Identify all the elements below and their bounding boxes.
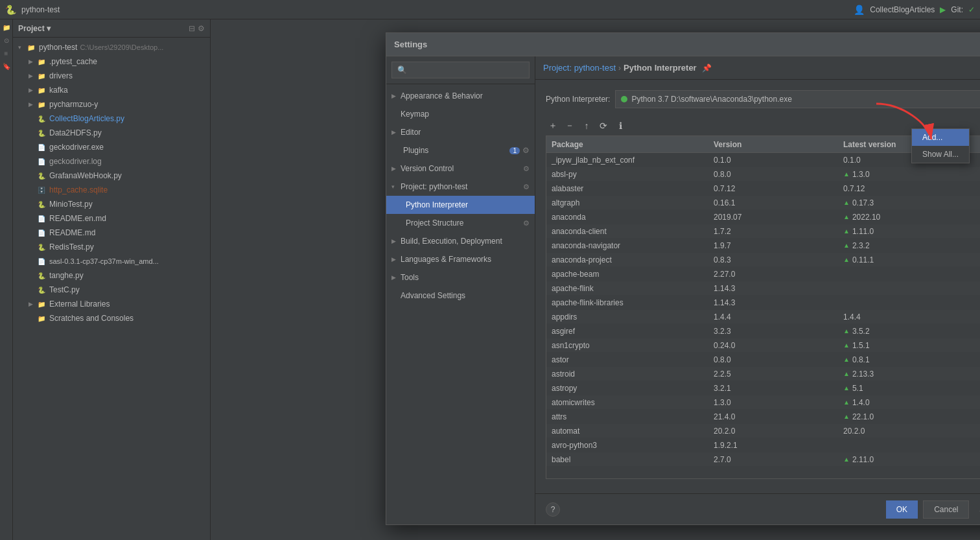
dialog-body: ▶ Appearance & Behavior Keymap ▶ Editor bbox=[386, 56, 980, 524]
table-row[interactable]: anaconda-project0.8.3▲0.11.1 bbox=[546, 253, 980, 267]
table-row[interactable]: anaconda-navigator1.9.7▲2.3.2 bbox=[546, 239, 980, 253]
td-package: asgiref bbox=[546, 327, 708, 336]
table-row[interactable]: absl-py0.8.0▲1.3.0 bbox=[546, 167, 980, 182]
tree-item-sasl[interactable]: 📄 sasl-0.3.1-cp37-cp37m-win_amd... bbox=[13, 254, 210, 268]
tree-item-geckodriver-exe[interactable]: 📄 geckodriver.exe bbox=[13, 140, 210, 154]
table-row[interactable]: asgiref3.2.3▲3.5.2 bbox=[546, 324, 980, 338]
plugins-gear-icon: ⚙ bbox=[522, 146, 530, 155]
tree-item-drivers[interactable]: ▶ 📁 drivers bbox=[13, 69, 210, 83]
table-row[interactable]: anaconda-client1.7.2▲1.11.0 bbox=[546, 224, 980, 239]
table-row[interactable]: anaconda2019.07▲2022.10 bbox=[546, 210, 980, 224]
tree-item-pytest[interactable]: ▶ 📁 .pytest_cache bbox=[13, 54, 210, 69]
td-version: 0.8.0 bbox=[708, 355, 838, 364]
settings-item-project[interactable]: ▾ Project: python-test ⚙ bbox=[386, 178, 535, 196]
td-latest: ▲2022.10 bbox=[838, 213, 980, 222]
remove-package-button[interactable]: － bbox=[563, 119, 577, 133]
table-row[interactable]: avro-python31.9.2.1 bbox=[546, 438, 980, 452]
td-version: 2.7.0 bbox=[708, 455, 838, 464]
settings-item-tools[interactable]: ▶ Tools bbox=[386, 268, 535, 287]
collapse-all-icon[interactable]: ⊟ bbox=[189, 24, 195, 33]
refresh-packages-button[interactable]: ⟳ bbox=[596, 119, 611, 133]
settings-search-input[interactable] bbox=[391, 62, 530, 78]
settings-item-advanced[interactable]: Advanced Settings bbox=[386, 287, 535, 305]
settings-item-appearance[interactable]: ▶ Appearance & Behavior bbox=[386, 87, 535, 105]
tree-item-miniotest[interactable]: 🐍 MinioTest.py bbox=[13, 197, 210, 211]
upgrade-arrow-icon: ▲ bbox=[843, 399, 850, 406]
git-check-icon: ✓ bbox=[968, 5, 975, 14]
table-row[interactable]: astor0.8.0▲0.8.1 bbox=[546, 353, 980, 367]
tree-item-readme[interactable]: 📄 README.md bbox=[13, 226, 210, 240]
run-button[interactable]: ▶ bbox=[940, 5, 946, 14]
table-row[interactable]: automat20.2.020.2.0 bbox=[546, 424, 980, 438]
settings-item-vcs[interactable]: ▶ Version Control ⚙ bbox=[386, 159, 535, 178]
table-row[interactable]: babel2.7.0▲2.11.0 bbox=[546, 452, 980, 467]
td-latest: ▲1.3.0 bbox=[838, 170, 980, 179]
table-row[interactable]: altgraph0.16.1▲0.17.3 bbox=[546, 196, 980, 210]
project-icon[interactable]: 📁 bbox=[1, 22, 12, 32]
table-row[interactable]: apache-flink1.14.3 bbox=[546, 281, 980, 296]
cancel-button[interactable]: Cancel bbox=[923, 500, 969, 519]
td-latest: ▲0.17.3 bbox=[838, 198, 980, 207]
settings-item-editor[interactable]: ▶ Editor bbox=[386, 123, 535, 141]
upgrade-package-button[interactable]: ↑ bbox=[579, 119, 594, 133]
pin-icon: 📌 bbox=[702, 64, 712, 73]
external-libs-folder-icon: 📁 bbox=[36, 299, 47, 309]
tree-item-kafka[interactable]: ▶ 📁 kafka bbox=[13, 83, 210, 97]
tree-item-redistest[interactable]: 🐍 RedisTest.py bbox=[13, 240, 210, 254]
table-row[interactable]: appdirs1.4.41.4.4 bbox=[546, 310, 980, 324]
add-package-button[interactable]: ＋ bbox=[546, 119, 560, 133]
td-latest: ▲1.11.0 bbox=[838, 227, 980, 236]
add-dropdown-popup: Add... Show All... bbox=[911, 128, 970, 163]
geckodriver-exe-icon: 📄 bbox=[36, 142, 47, 152]
td-latest: ▲1.4.0 bbox=[838, 398, 980, 407]
tree-item-testc[interactable]: 🐍 TestC.py bbox=[13, 283, 210, 297]
settings-item-plugins[interactable]: Plugins 1 ⚙ bbox=[386, 141, 535, 159]
tree-item-http-cache[interactable]: 🗄️ http_cache.sqlite bbox=[13, 183, 210, 197]
help-button[interactable]: ? bbox=[546, 502, 560, 517]
tree-item-data2hdfs[interactable]: 🐍 Data2HDFS.py bbox=[13, 126, 210, 140]
table-row[interactable]: astropy3.2.1▲5.1 bbox=[546, 381, 980, 395]
settings-item-build[interactable]: ▶ Build, Execution, Deployment bbox=[386, 232, 535, 250]
ok-button[interactable]: OK bbox=[886, 500, 918, 519]
settings-content: Project: python-test › Python Interprete… bbox=[535, 56, 980, 524]
table-row[interactable]: atomicwrites1.3.0▲1.4.0 bbox=[546, 395, 980, 410]
table-row[interactable]: attrs21.4.0▲22.1.0 bbox=[546, 410, 980, 424]
project-gear-icon: ⚙ bbox=[523, 183, 530, 191]
structure-icon[interactable]: ≡ bbox=[1, 48, 12, 58]
table-row[interactable]: asn1crypto0.24.0▲1.5.1 bbox=[546, 338, 980, 353]
settings-item-keymap[interactable]: Keymap bbox=[386, 105, 535, 123]
commit-icon[interactable]: ⊙ bbox=[1, 35, 12, 45]
td-package: automat bbox=[546, 427, 708, 436]
add-dropdown-item[interactable]: Add... bbox=[912, 129, 969, 146]
upgrade-arrow-icon: ▲ bbox=[843, 356, 850, 363]
tree-item-collectblog[interactable]: 🐍 CollectBlogArticles.py bbox=[13, 112, 210, 126]
tree-item-readme-en[interactable]: 📄 README.en.md bbox=[13, 211, 210, 226]
bookmarks-icon[interactable]: 🔖 bbox=[1, 61, 12, 71]
tree-item-scratches[interactable]: 📁 Scratches and Consoles bbox=[13, 311, 210, 325]
show-all-dropdown-item[interactable]: Show All... bbox=[912, 146, 969, 163]
tree-item-pycharmzuo[interactable]: ▶ 📁 pycharmzuo-y bbox=[13, 97, 210, 112]
tree-item-external-libs[interactable]: ▶ 📁 External Libraries bbox=[13, 297, 210, 311]
table-row[interactable]: apache-beam2.27.0 bbox=[546, 267, 980, 281]
languages-arrow-icon: ▶ bbox=[391, 256, 401, 263]
upgrade-arrow-icon: ▲ bbox=[843, 256, 850, 263]
table-row[interactable]: astroid2.2.5▲2.13.3 bbox=[546, 367, 980, 381]
table-row[interactable]: alabaster0.7.120.7.12 bbox=[546, 182, 980, 196]
tree-item-grafana[interactable]: 🐍 GrafanaWebHook.py bbox=[13, 169, 210, 183]
show-package-info-button[interactable]: ℹ bbox=[613, 119, 627, 133]
settings-icon[interactable]: ⚙ bbox=[198, 24, 205, 33]
settings-item-python-interpreter[interactable]: Python Interpreter bbox=[386, 196, 535, 214]
breadcrumb-parent[interactable]: Project: python-test bbox=[543, 63, 616, 73]
settings-item-project-structure[interactable]: Project Structure ⚙ bbox=[386, 214, 535, 232]
tree-item-tanghe[interactable]: 🐍 tanghe.py bbox=[13, 268, 210, 283]
table-row[interactable]: apache-flink-libraries1.14.3 bbox=[546, 296, 980, 310]
settings-item-languages[interactable]: ▶ Languages & Frameworks bbox=[386, 250, 535, 268]
td-package: asn1crypto bbox=[546, 341, 708, 350]
interpreter-select-dropdown[interactable]: Python 3.7 D:\software\Anaconda3\python.… bbox=[615, 90, 980, 108]
tree-root[interactable]: ▾ 📁 python-test C:\Users\29209\Desktop..… bbox=[13, 40, 210, 54]
dialog-title: Settings bbox=[394, 40, 427, 49]
tree-item-geckodriver-log[interactable]: 📄 geckodriver.log bbox=[13, 154, 210, 169]
td-latest: ▲2.13.3 bbox=[838, 370, 980, 379]
root-folder-icon: 📁 bbox=[26, 42, 36, 53]
td-version: 0.8.0 bbox=[708, 170, 838, 179]
